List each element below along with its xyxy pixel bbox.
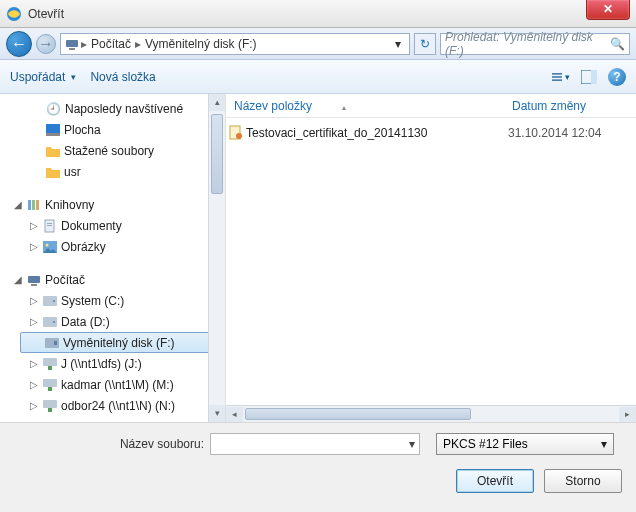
tree-item-label: J (\\nt1\dfs) (J:) <box>61 357 142 371</box>
back-button[interactable]: ← <box>6 31 32 57</box>
tree-item-label: System (C:) <box>61 294 124 308</box>
folder-icon <box>46 145 60 157</box>
file-list-body[interactable]: Testovaci_certifikat_do_20141130 31.10.2… <box>226 118 636 405</box>
collapse-icon[interactable]: ◢ <box>12 274 23 285</box>
tree-computer[interactable]: ◢ Počítač <box>0 269 225 290</box>
svg-rect-8 <box>46 124 60 133</box>
documents-icon <box>43 219 57 233</box>
tree-net-n[interactable]: ▷ odbor24 (\\nt1\N) (N:) <box>0 395 225 416</box>
network-drive-icon <box>43 379 57 391</box>
expand-icon[interactable]: ▷ <box>28 400 39 411</box>
svg-rect-19 <box>31 284 37 286</box>
svg-rect-18 <box>28 276 40 283</box>
tree-item-label: Plocha <box>64 123 101 137</box>
tree-libraries[interactable]: ◢ Knihovny <box>0 194 225 215</box>
computer-icon <box>65 37 79 51</box>
svg-rect-25 <box>54 341 57 345</box>
breadcrumb-dropdown[interactable]: ▾ <box>391 37 405 51</box>
certificate-file-icon <box>226 125 246 141</box>
removable-drive-icon <box>45 338 59 348</box>
svg-rect-29 <box>48 387 52 391</box>
search-placeholder: Prohledat: Vyměnitelný disk (F:) <box>445 30 610 58</box>
tree-item-label: Knihovny <box>45 198 94 212</box>
network-drive-icon <box>43 358 57 370</box>
tree-desktop[interactable]: Plocha <box>0 119 225 140</box>
chevron-down-icon[interactable]: ▾ <box>601 437 607 451</box>
scroll-thumb[interactable] <box>245 408 471 420</box>
svg-rect-26 <box>43 358 57 366</box>
tree-item-label: Obrázky <box>61 240 106 254</box>
tree-usr[interactable]: usr <box>0 161 225 182</box>
tree-documents[interactable]: ▷ Dokumenty <box>0 215 225 236</box>
scroll-down-arrow[interactable]: ▾ <box>209 405 225 422</box>
tree-downloads[interactable]: Stažené soubory <box>0 140 225 161</box>
chevron-right-icon: ▸ <box>81 37 87 51</box>
breadcrumb[interactable]: ▸ Počítač ▸ Vyměnitelný disk (F:) ▾ <box>60 33 410 55</box>
tree-scrollbar[interactable]: ▴ ▾ <box>208 94 225 422</box>
window-title: Otevřít <box>28 7 64 21</box>
new-folder-button[interactable]: Nová složka <box>90 70 155 84</box>
help-button[interactable]: ? <box>608 68 626 86</box>
tree-net-j[interactable]: ▷ J (\\nt1\dfs) (J:) <box>0 353 225 374</box>
svg-point-17 <box>46 243 49 246</box>
tree-system-c[interactable]: ▷ System (C:) <box>0 290 225 311</box>
forward-button[interactable]: → <box>36 34 56 54</box>
svg-rect-11 <box>32 200 35 210</box>
refresh-button[interactable]: ↻ <box>414 33 436 55</box>
svg-rect-15 <box>47 225 52 226</box>
tree-item-label: Naposledy navštívené <box>65 102 183 116</box>
scroll-thumb[interactable] <box>211 114 223 194</box>
svg-point-21 <box>53 300 55 302</box>
tree-removable-f[interactable]: Vyměnitelný disk (F:) <box>20 332 219 353</box>
organize-menu[interactable]: Uspořádat <box>10 70 76 84</box>
svg-rect-5 <box>552 79 562 80</box>
scroll-left-arrow[interactable]: ◂ <box>226 407 243 422</box>
expand-icon[interactable]: ▷ <box>28 316 39 327</box>
tree-net-m[interactable]: ▷ kadmar (\\nt1\M) (M:) <box>0 374 225 395</box>
filename-input[interactable]: ▾ <box>210 433 420 455</box>
tree-item-label: kadmar (\\nt1\M) (M:) <box>61 378 174 392</box>
pictures-icon <box>43 241 57 253</box>
search-input[interactable]: Prohledat: Vyměnitelný disk (F:) 🔍 <box>440 33 630 55</box>
file-row[interactable]: Testovaci_certifikat_do_20141130 31.10.2… <box>226 122 636 144</box>
expand-icon[interactable]: ▷ <box>28 295 39 306</box>
svg-rect-2 <box>69 48 75 50</box>
expand-icon[interactable]: ▷ <box>28 241 39 252</box>
column-date[interactable]: Datum změny <box>508 99 636 113</box>
scroll-right-arrow[interactable]: ▸ <box>619 407 636 422</box>
navbar: ← → ▸ Počítač ▸ Vyměnitelný disk (F:) ▾ … <box>0 28 636 60</box>
open-button[interactable]: Otevřít <box>456 469 534 493</box>
file-list-hscrollbar[interactable]: ◂ ▸ <box>226 405 636 422</box>
expand-icon[interactable]: ▷ <box>28 220 39 231</box>
collapse-icon[interactable]: ◢ <box>12 199 23 210</box>
svg-rect-30 <box>43 400 57 408</box>
file-type-filter[interactable]: PKCS #12 Files ▾ <box>436 433 614 455</box>
svg-rect-31 <box>48 408 52 412</box>
scroll-track[interactable] <box>243 407 619 422</box>
tree-recent[interactable]: 🕘 Naposledy navštívené <box>0 98 225 119</box>
breadcrumb-item[interactable]: Počítač <box>89 37 133 51</box>
column-name[interactable]: Název položky <box>226 99 508 113</box>
scroll-up-arrow[interactable]: ▴ <box>209 94 225 111</box>
svg-rect-27 <box>48 366 52 370</box>
view-options-button[interactable] <box>552 68 570 86</box>
drive-icon <box>43 296 57 306</box>
library-icon <box>27 198 41 212</box>
tree-data-d[interactable]: ▷ Data (D:) <box>0 311 225 332</box>
chevron-right-icon: ▸ <box>135 37 141 51</box>
tree-pictures[interactable]: ▷ Obrázky <box>0 236 225 257</box>
svg-rect-3 <box>552 73 562 74</box>
close-button[interactable]: ✕ <box>586 0 630 20</box>
cancel-button[interactable]: Storno <box>544 469 622 493</box>
expand-icon[interactable]: ▷ <box>28 379 39 390</box>
tree-item-label: usr <box>64 165 81 179</box>
chevron-down-icon[interactable]: ▾ <box>409 437 415 451</box>
search-icon: 🔍 <box>610 37 625 51</box>
desktop-icon <box>46 124 60 136</box>
file-name: Testovaci_certifikat_do_20141130 <box>246 126 508 140</box>
preview-pane-button[interactable] <box>580 68 598 86</box>
svg-point-23 <box>53 321 55 323</box>
expand-icon[interactable]: ▷ <box>28 358 39 369</box>
file-list: Název položky Datum změny Testovaci_cert… <box>226 94 636 422</box>
breadcrumb-item[interactable]: Vyměnitelný disk (F:) <box>143 37 259 51</box>
